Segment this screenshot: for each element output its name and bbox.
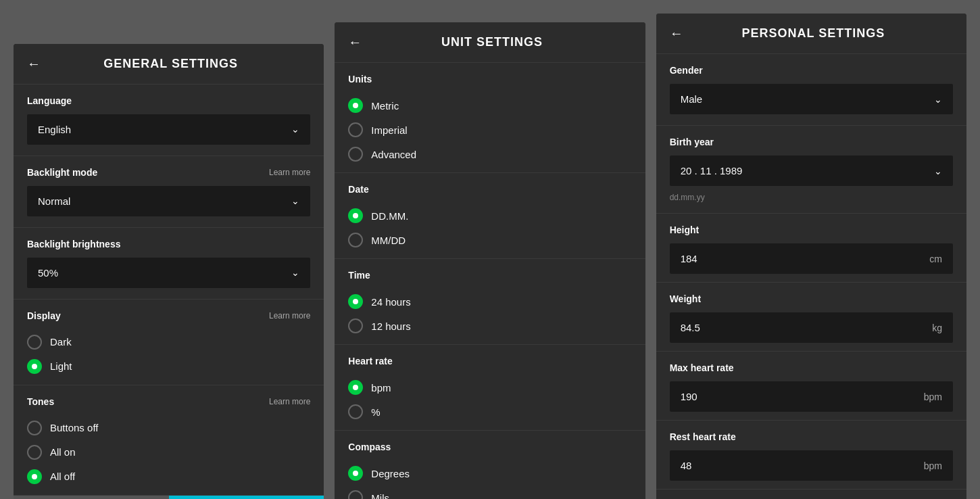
- backlight-mode-learn-more[interactable]: Learn more: [269, 168, 310, 177]
- display-dark-label: Dark: [50, 336, 72, 348]
- general-footer: CANCEL SAVE: [14, 495, 324, 500]
- display-light-radio[interactable]: [27, 359, 42, 374]
- time-24h-option[interactable]: 24 hours: [348, 294, 631, 309]
- compass-degrees-option[interactable]: Degrees: [348, 466, 631, 481]
- compass-radio-group: Degrees Mils: [348, 460, 631, 499]
- heart-rate-bpm-radio[interactable]: [348, 380, 363, 395]
- date-mmdd-option[interactable]: MM/DD: [348, 233, 631, 247]
- gender-section: Gender Male ⌄: [656, 54, 966, 126]
- rest-heart-rate-value: 48: [681, 460, 692, 471]
- compass-degrees-label: Degrees: [371, 468, 410, 479]
- unit-imperial-radio[interactable]: [348, 122, 363, 137]
- heart-rate-bpm-option[interactable]: bpm: [348, 380, 631, 395]
- tones-all-off-option[interactable]: All off: [27, 469, 310, 484]
- birth-year-value: 20 . 11 . 1989: [681, 165, 743, 176]
- tones-all-off-radio[interactable]: [27, 469, 42, 484]
- activity-class-section: Activity class: [656, 490, 966, 499]
- rest-heart-rate-label: Rest heart rate: [670, 431, 953, 442]
- gender-chevron-icon: ⌄: [934, 94, 942, 105]
- tones-radio-group: Buttons off All on All off: [27, 415, 310, 490]
- backlight-brightness-section: Backlight brightness 50% ⌄: [14, 228, 324, 300]
- birth-year-hint: dd.mm.yy: [670, 191, 953, 208]
- personal-back-button[interactable]: ←: [670, 26, 683, 41]
- compass-label: Compass: [348, 442, 631, 452]
- units-radio-group: Metric Imperial Advanced: [348, 93, 631, 167]
- gender-dropdown[interactable]: Male ⌄: [670, 84, 953, 114]
- tones-buttons-off-radio[interactable]: [27, 421, 42, 435]
- general-content: Language English ⌄ Backlight mode Learn …: [14, 85, 324, 495]
- time-12h-label: 12 hours: [371, 320, 410, 332]
- unit-advanced-radio[interactable]: [348, 147, 363, 162]
- rest-heart-rate-input[interactable]: 48 bpm: [670, 450, 953, 481]
- display-light-option[interactable]: Light: [27, 359, 310, 374]
- heart-rate-radio-group: bpm %: [348, 375, 631, 425]
- compass-mils-radio[interactable]: [348, 490, 363, 499]
- general-title: GENERAL SETTINGS: [47, 57, 310, 71]
- unit-advanced-label: Advanced: [371, 149, 416, 160]
- display-radio-group: Dark Light: [27, 329, 310, 379]
- tones-all-on-option[interactable]: All on: [27, 445, 310, 460]
- units-label: Units: [348, 74, 631, 85]
- weight-input[interactable]: 84.5 kg: [670, 312, 953, 343]
- date-mmdd-label: MM/DD: [371, 235, 406, 246]
- time-section: Time 24 hours 12 hours: [335, 259, 645, 345]
- heart-rate-percent-radio[interactable]: [348, 404, 363, 419]
- unit-metric-option[interactable]: Metric: [348, 98, 631, 113]
- language-chevron-icon: ⌄: [291, 124, 299, 135]
- weight-section: Weight 84.5 kg: [656, 283, 966, 352]
- general-back-button[interactable]: ←: [27, 56, 41, 72]
- backlight-brightness-dropdown[interactable]: 50% ⌄: [27, 258, 310, 288]
- height-unit: cm: [929, 254, 942, 264]
- display-dark-radio[interactable]: [27, 335, 42, 350]
- backlight-mode-section: Backlight mode Learn more Normal ⌄: [14, 156, 324, 228]
- max-heart-rate-unit: bpm: [924, 391, 942, 402]
- unit-settings-panel: ← UNIT SETTINGS Units Metric Imperial Ad…: [335, 22, 645, 499]
- date-ddmm-option[interactable]: DD.MM.: [348, 208, 631, 223]
- tones-section: Tones Learn more Buttons off All on All …: [14, 385, 324, 495]
- compass-section: Compass Degrees Mils: [335, 431, 645, 499]
- time-label: Time: [348, 270, 631, 281]
- tones-learn-more[interactable]: Learn more: [269, 397, 310, 406]
- time-12h-option[interactable]: 12 hours: [348, 318, 631, 333]
- time-24h-radio[interactable]: [348, 294, 363, 309]
- date-ddmm-radio[interactable]: [348, 208, 363, 223]
- unit-advanced-option[interactable]: Advanced: [348, 147, 631, 162]
- time-12h-radio[interactable]: [348, 318, 363, 333]
- date-mmdd-radio[interactable]: [348, 233, 363, 247]
- compass-degrees-radio[interactable]: [348, 466, 363, 481]
- units-section: Units Metric Imperial Advanced: [335, 63, 645, 173]
- rest-heart-rate-section: Rest heart rate 48 bpm: [656, 421, 966, 490]
- personal-header: ← PERSONAL SETTINGS: [656, 14, 966, 54]
- language-dropdown[interactable]: English ⌄: [27, 114, 310, 145]
- display-learn-more[interactable]: Learn more: [269, 311, 310, 320]
- birth-year-section: Birth year 20 . 11 . 1989 ⌄ dd.mm.yy: [656, 126, 966, 214]
- birth-year-dropdown[interactable]: 20 . 11 . 1989 ⌄: [670, 156, 953, 186]
- general-settings-panel: ← GENERAL SETTINGS Language English ⌄ Ba…: [14, 44, 324, 500]
- compass-mils-label: Mils: [371, 492, 389, 500]
- display-dark-option[interactable]: Dark: [27, 335, 310, 350]
- unit-imperial-option[interactable]: Imperial: [348, 122, 631, 137]
- time-24h-label: 24 hours: [371, 296, 410, 308]
- birth-year-chevron-icon: ⌄: [934, 166, 942, 176]
- tones-buttons-off-label: Buttons off: [50, 422, 98, 433]
- tones-all-off-label: All off: [50, 471, 75, 482]
- compass-mils-option[interactable]: Mils: [348, 490, 631, 499]
- backlight-mode-dropdown[interactable]: Normal ⌄: [27, 186, 310, 216]
- time-radio-group: 24 hours 12 hours: [348, 289, 631, 339]
- language-value: English: [38, 124, 71, 135]
- unit-back-button[interactable]: ←: [348, 34, 362, 50]
- weight-label: Weight: [670, 293, 953, 304]
- max-heart-rate-label: Max heart rate: [670, 362, 953, 373]
- height-input[interactable]: 184 cm: [670, 243, 953, 274]
- general-cancel-button[interactable]: CANCEL: [14, 496, 169, 500]
- heart-rate-percent-option[interactable]: %: [348, 404, 631, 419]
- tones-all-on-radio[interactable]: [27, 445, 42, 460]
- max-heart-rate-input[interactable]: 190 bpm: [670, 381, 953, 412]
- heart-rate-label: Heart rate: [348, 356, 631, 366]
- tones-buttons-off-option[interactable]: Buttons off: [27, 421, 310, 435]
- backlight-brightness-value: 50%: [38, 267, 58, 279]
- unit-metric-radio[interactable]: [348, 98, 363, 113]
- display-section: Display Learn more Dark Light: [14, 300, 324, 385]
- backlight-brightness-chevron-icon: ⌄: [291, 267, 299, 278]
- general-save-button[interactable]: SAVE: [169, 496, 324, 500]
